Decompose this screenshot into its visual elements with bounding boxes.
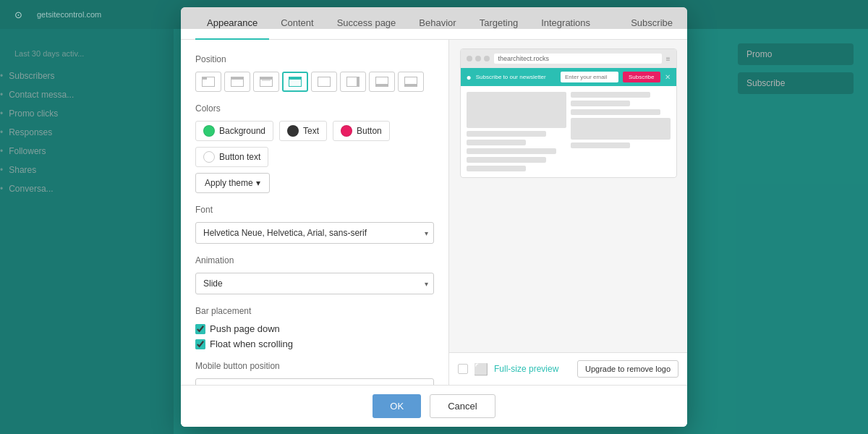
content-block-text1 <box>467 131 546 137</box>
bg-logo: ⊙ <box>14 9 22 20</box>
float-when-scrolling-checkbox[interactable] <box>195 339 205 349</box>
mobile-position-select[interactable]: Right Left Center <box>195 378 434 385</box>
animation-select-wrapper: Slide Fade None ▾ <box>195 273 434 294</box>
full-size-preview-link[interactable]: Full-size preview <box>494 364 558 374</box>
browser-content <box>461 86 676 177</box>
content-block-text4 <box>467 157 546 163</box>
ok-button[interactable]: OK <box>373 394 421 418</box>
content-block-image <box>467 92 566 128</box>
modal-left-panel: Position <box>181 40 448 385</box>
widget-text: Subscribe to our newsletter <box>476 74 556 80</box>
color-button-text[interactable]: Button text <box>195 147 268 167</box>
content-block-text2 <box>467 140 527 145</box>
position-btn-active[interactable] <box>282 72 308 92</box>
mobile-position-select-wrapper: Right Left Center ▾ <box>195 378 434 385</box>
button-color-label: Button <box>357 126 382 136</box>
browser-topbar: thearchitect.rocks ≡ <box>461 49 676 68</box>
browser-mockup: thearchitect.rocks ≡ ● Subscribe to our … <box>460 48 677 178</box>
bar-placement-label: Bar placement <box>195 306 434 316</box>
position-btn-7[interactable] <box>369 72 395 92</box>
position-label: Position <box>195 54 434 64</box>
content-block-r4 <box>571 118 671 140</box>
text-color-circle <box>287 125 299 137</box>
background-color-label: Background <box>219 126 265 136</box>
widget-email-input[interactable] <box>561 72 618 82</box>
widget-dismiss-icon: ✕ <box>665 73 671 81</box>
position-btn-6[interactable] <box>340 72 366 92</box>
content-col-left <box>467 92 566 171</box>
modal-right-panel: thearchitect.rocks ≡ ● Subscribe to our … <box>448 40 687 385</box>
content-block-text5 <box>467 166 527 171</box>
apply-theme-arrow-icon: ▾ <box>256 178 260 188</box>
preview-footer: ⬜ Full-size preview Upgrade to remove lo… <box>449 352 687 385</box>
bg-topbar: ⊙ getsitecontrol.com <box>0 0 868 29</box>
color-text[interactable]: Text <box>279 121 327 141</box>
color-button[interactable]: Button <box>333 121 390 141</box>
font-section: Font Helvetica Neue, Helvetica, Arial, s… <box>195 205 434 244</box>
monitor-icon: ⬜ <box>474 362 488 376</box>
modal-overlay: Appearance Content Success page Behavior… <box>0 0 868 434</box>
bar-placement-section: Bar placement Push page down Float when … <box>195 306 434 349</box>
button-text-color-circle <box>203 151 215 163</box>
colors-section: Colors Background Text Button <box>195 103 434 193</box>
cancel-button[interactable]: Cancel <box>430 394 495 418</box>
colors-row: Background Text Button <box>195 121 434 141</box>
position-section: Position <box>195 54 434 92</box>
push-page-down-row: Push page down <box>195 323 434 334</box>
content-block-text3 <box>467 148 556 154</box>
float-when-scrolling-label: Float when scrolling <box>210 339 293 349</box>
position-grid <box>195 72 434 92</box>
content-col-right <box>571 92 671 171</box>
modal-footer: OK Cancel <box>181 385 687 427</box>
color-background[interactable]: Background <box>195 121 273 141</box>
push-page-down-checkbox[interactable] <box>195 324 205 334</box>
position-btn-8[interactable] <box>398 72 424 92</box>
animation-section: Animation Slide Fade None ▾ <box>195 255 434 294</box>
content-block-r1 <box>571 92 650 98</box>
mobile-position-label: Mobile button position <box>195 361 434 371</box>
widget-close-icon: ● <box>467 72 472 82</box>
browser-menu-icon: ≡ <box>666 55 671 63</box>
widget-bar: ● Subscribe to our newsletter Subscribe … <box>461 68 676 86</box>
position-btn-topcenter[interactable] <box>224 72 250 92</box>
font-label: Font <box>195 205 434 215</box>
position-btn-5[interactable] <box>311 72 337 92</box>
browser-url: thearchitect.rocks <box>494 54 662 64</box>
browser-dot-2 <box>475 56 481 61</box>
push-page-down-label: Push page down <box>210 323 280 334</box>
content-block-r5 <box>571 142 631 148</box>
button-text-row: Button text <box>195 147 434 167</box>
colors-label: Colors <box>195 103 434 114</box>
animation-label: Animation <box>195 255 434 265</box>
preview-fullsize-checkbox[interactable] <box>458 364 468 374</box>
widget-subscribe-button: Subscribe <box>623 72 660 82</box>
appearance-modal: Appearance Content Success page Behavior… <box>181 7 687 427</box>
bg-url: getsitecontrol.com <box>37 10 101 19</box>
float-when-scrolling-row: Float when scrolling <box>195 339 434 349</box>
button-color-circle <box>341 125 352 137</box>
content-block-r3 <box>571 109 660 115</box>
font-select[interactable]: Helvetica Neue, Helvetica, Arial, sans-s… <box>195 222 434 244</box>
upgrade-remove-logo-button[interactable]: Upgrade to remove logo <box>577 360 678 378</box>
modal-body: Position <box>181 40 687 385</box>
button-text-label: Button text <box>219 152 260 162</box>
text-color-label: Text <box>303 126 319 136</box>
mobile-position-section: Mobile button position Right Left Center… <box>195 361 434 385</box>
position-btn-topleft[interactable] <box>195 72 221 92</box>
browser-dot-1 <box>467 56 472 61</box>
apply-theme-label: Apply theme <box>205 178 253 188</box>
background-color-circle <box>203 125 215 137</box>
position-btn-topfull[interactable] <box>253 72 279 92</box>
animation-select[interactable]: Slide Fade None <box>195 273 434 294</box>
browser-dot-3 <box>484 56 490 61</box>
preview-area: thearchitect.rocks ≡ ● Subscribe to our … <box>449 40 687 352</box>
browser-dots <box>467 56 490 61</box>
apply-theme-button[interactable]: Apply theme ▾ <box>195 173 270 193</box>
font-select-wrapper: Helvetica Neue, Helvetica, Arial, sans-s… <box>195 222 434 244</box>
content-block-r2 <box>571 101 631 106</box>
